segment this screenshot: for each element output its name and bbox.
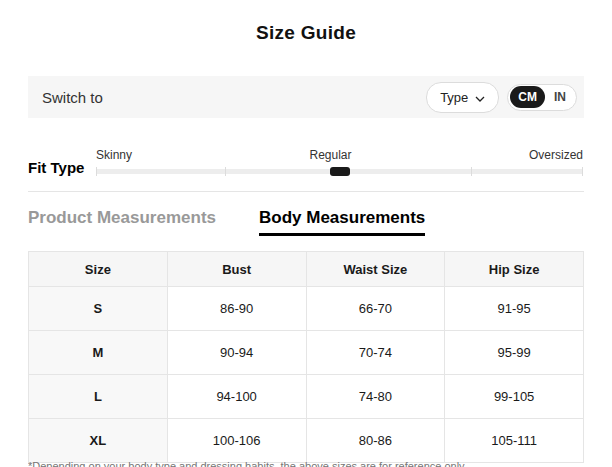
fit-option-skinny[interactable]: Skinny — [96, 148, 132, 162]
tab-body-measurements[interactable]: Body Measurements — [259, 208, 425, 236]
fit-type-options: Skinny Regular Oversized — [96, 148, 583, 162]
size-table: Size Bust Waist Size Hip Size S 86-90 66… — [28, 251, 584, 463]
type-dropdown-label: Type — [440, 90, 468, 105]
fit-type-label: Fit Type — [28, 159, 84, 176]
fit-option-regular[interactable]: Regular — [309, 148, 351, 162]
table-header-row: Size Bust Waist Size Hip Size — [29, 252, 584, 287]
cell-size: M — [29, 331, 168, 375]
unit-option-in[interactable]: IN — [546, 86, 574, 108]
switch-to-label: Switch to — [42, 89, 103, 106]
fit-type-slider: Skinny Regular Oversized — [96, 148, 583, 174]
cell-size: S — [29, 287, 168, 331]
fit-option-oversized[interactable]: Oversized — [529, 148, 583, 162]
section-divider — [28, 191, 584, 192]
cell-hip: 105-111 — [445, 419, 584, 463]
cell-waist: 80-86 — [306, 419, 445, 463]
table-row: M 90-94 70-74 95-99 — [29, 331, 584, 375]
cell-bust: 100-106 — [167, 419, 306, 463]
cell-bust: 86-90 — [167, 287, 306, 331]
cell-size: XL — [29, 419, 168, 463]
cell-size: L — [29, 375, 168, 419]
slider-tick — [225, 167, 226, 176]
unit-option-cm[interactable]: CM — [510, 86, 545, 108]
tab-product-measurements[interactable]: Product Measurements — [28, 208, 216, 236]
size-guide-modal: Size Guide Switch to Type CM IN Fit Type… — [0, 0, 612, 467]
cell-waist: 74-80 — [306, 375, 445, 419]
switch-controls: Type CM IN — [426, 82, 577, 113]
cell-bust: 90-94 — [167, 331, 306, 375]
slider-tick — [471, 167, 472, 176]
table-row: S 86-90 66-70 91-95 — [29, 287, 584, 331]
cell-waist: 70-74 — [306, 331, 445, 375]
size-chart-footnote: *Depending on your body type and dressin… — [28, 460, 598, 467]
chevron-down-icon — [475, 90, 485, 105]
cell-hip: 91-95 — [445, 287, 584, 331]
slider-tick — [582, 167, 583, 176]
cell-hip: 95-99 — [445, 331, 584, 375]
type-dropdown-button[interactable]: Type — [426, 82, 499, 113]
fit-type-slider-thumb[interactable] — [330, 167, 350, 176]
column-header-bust: Bust — [167, 252, 306, 287]
slider-tick — [96, 167, 97, 176]
column-header-waist: Waist Size — [306, 252, 445, 287]
measurement-tabs: Product Measurements Body Measurements — [28, 208, 425, 236]
table-row: XL 100-106 80-86 105-111 — [29, 419, 584, 463]
cell-hip: 99-105 — [445, 375, 584, 419]
table-row: L 94-100 74-80 99-105 — [29, 375, 584, 419]
cell-bust: 94-100 — [167, 375, 306, 419]
column-header-size: Size — [29, 252, 168, 287]
cell-waist: 66-70 — [306, 287, 445, 331]
page-title: Size Guide — [0, 22, 612, 44]
fit-type-slider-track[interactable] — [96, 169, 583, 174]
column-header-hip: Hip Size — [445, 252, 584, 287]
switch-bar: Switch to Type CM IN — [28, 76, 584, 118]
unit-toggle: CM IN — [507, 84, 577, 111]
